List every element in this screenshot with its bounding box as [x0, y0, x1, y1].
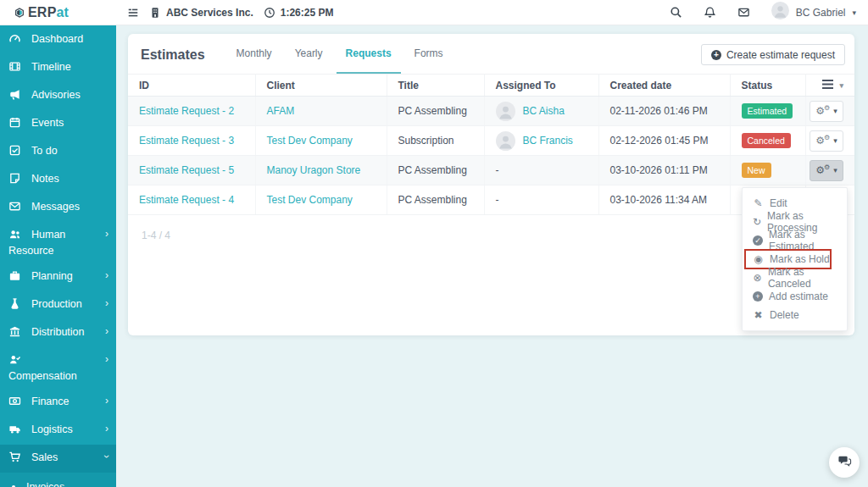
row-actions-button[interactable]: ⚙⚙▾	[810, 101, 843, 122]
estimate-request-link[interactable]: Estimate Request - 2	[139, 105, 234, 117]
menu-item-add-estimate[interactable]: +Add estimate	[743, 287, 847, 306]
table-row: Estimate Request - 5Manoy Uragon StorePC…	[128, 156, 854, 185]
production-icon	[8, 297, 23, 313]
check-circle-icon: ✓	[753, 235, 763, 246]
assigned-user-link[interactable]: BC Aisha	[523, 105, 565, 117]
chevron-right-icon: ›	[105, 423, 108, 434]
sidebar-item-to-do[interactable]: To do	[0, 138, 116, 166]
cell-id: Estimate Request - 5	[128, 156, 255, 185]
sidebar-item-label: To do	[31, 145, 58, 157]
status-badge: New	[742, 163, 771, 178]
chevron-right-icon: ›	[105, 228, 108, 240]
chat-button[interactable]	[829, 447, 860, 478]
sidebar-item-human-resource[interactable]: Human Resource›	[0, 222, 116, 263]
estimate-request-link[interactable]: Estimate Request - 4	[139, 194, 234, 206]
table-header-row: IDClientTitleAssigned ToCreated dateStat…	[128, 75, 854, 97]
distribution-icon	[8, 325, 23, 341]
sidebar-item-label: Planning	[31, 270, 73, 282]
events-icon	[8, 116, 23, 132]
cell-id: Estimate Request - 2	[128, 97, 255, 126]
sidebar-item-messages[interactable]: Messages	[0, 194, 116, 222]
sales-icon	[8, 451, 23, 467]
tab-forms[interactable]: Forms	[405, 34, 453, 74]
sidebar-item-finance[interactable]: Finance›	[0, 389, 116, 417]
cell-client: Manoy Uragon Store	[255, 156, 387, 185]
cell-id: Estimate Request - 4	[128, 185, 255, 215]
chevron-right-icon: ›	[105, 325, 108, 337]
app-logo[interactable]: ERPat	[0, 5, 116, 20]
company-name: ABC Services Inc.	[166, 7, 253, 19]
row-actions-button[interactable]: ⚙⚙▾	[810, 160, 843, 181]
table-row: Estimate Request - 2AFAMPC AssemblingBC …	[128, 97, 854, 126]
sidebar-item-logistics[interactable]: Logistics›	[0, 417, 116, 445]
client-link[interactable]: Test Dev Company	[267, 194, 353, 206]
menu-item-delete[interactable]: ✖Delete	[743, 306, 847, 324]
avatar	[496, 102, 515, 121]
row-actions-button[interactable]: ⚙⚙▾	[810, 130, 843, 152]
sidebar-nav: DashboardTimelineAdvisoriesEventsTo doNo…	[0, 25, 116, 473]
estimate-request-link[interactable]: Estimate Request - 3	[139, 135, 234, 147]
sidebar: DashboardTimelineAdvisoriesEventsTo doNo…	[0, 25, 116, 487]
client-link[interactable]: AFAM	[267, 105, 295, 117]
tab-monthly[interactable]: Monthly	[227, 34, 281, 74]
client-link[interactable]: Manoy Uragon Store	[267, 164, 361, 176]
company-selector[interactable]: ABC Services Inc.	[149, 7, 253, 19]
cog-small-icon: ⚙	[824, 164, 830, 171]
menu-item-label: Edit	[770, 197, 787, 209]
notifications-bell-icon[interactable]	[704, 6, 716, 19]
logo-text: ERPat	[28, 5, 69, 20]
caret-down-icon: ▾	[833, 166, 837, 174]
client-link[interactable]: Test Dev Company	[267, 135, 353, 147]
status-badge: Canceled	[742, 133, 791, 148]
assigned-user-link[interactable]: BC Francis	[523, 135, 573, 147]
sidebar-item-planning[interactable]: Planning›	[0, 263, 116, 291]
list-menu-icon[interactable]	[822, 80, 833, 91]
user-menu[interactable]: BC Gabriel ▾	[771, 2, 856, 23]
sidebar-item-sales[interactable]: Sales›	[0, 445, 116, 473]
cell-assigned-to: -	[484, 156, 598, 185]
column-header-id: ID	[128, 75, 255, 97]
create-estimate-request-button[interactable]: + Create estimate request	[701, 44, 845, 65]
tab-requests[interactable]: Requests	[337, 34, 401, 74]
column-header-menu[interactable]: ▾	[805, 75, 854, 97]
notes-icon	[8, 172, 23, 188]
sidebar-item-distribution[interactable]: Distribution›	[0, 319, 116, 347]
menu-item-label: Delete	[770, 309, 799, 321]
mail-icon[interactable]	[737, 6, 750, 19]
plus-circle-icon: +	[753, 291, 763, 302]
estimate-request-link[interactable]: Estimate Request - 5	[139, 164, 234, 176]
tab-yearly[interactable]: Yearly	[286, 34, 332, 74]
x-icon: ✖	[753, 310, 764, 320]
pencil-icon: ✎	[753, 198, 764, 208]
sidebar-item-label: Compensation	[8, 370, 77, 382]
sidebar-item-dashboard[interactable]: Dashboard	[0, 26, 116, 54]
column-header-client: Client	[255, 75, 387, 97]
sidebar-item-notes[interactable]: Notes	[0, 166, 116, 194]
caret-down-icon: ▾	[833, 107, 837, 115]
sidebar-item-advisories[interactable]: Advisories	[0, 82, 116, 110]
search-icon[interactable]	[670, 6, 682, 19]
create-button-label: Create estimate request	[726, 49, 835, 61]
sidebar-item-label: Advisories	[31, 89, 81, 101]
sidebar-subitem-invoices[interactable]: Invoices	[0, 474, 116, 487]
sidebar-item-label: Production	[31, 298, 82, 310]
sidebar-item-production[interactable]: Production›	[0, 291, 116, 319]
sidebar-item-events[interactable]: Events	[0, 110, 116, 138]
chevron-right-icon: ›	[105, 297, 108, 309]
chevron-right-icon: ›	[105, 269, 108, 281]
dot-circle-icon: ◉	[753, 254, 764, 264]
current-time: 1:26:25 PM	[281, 7, 334, 19]
finance-icon	[8, 395, 23, 411]
status-badge: Estimated	[742, 103, 793, 119]
sidebar-item-label: Notes	[31, 173, 59, 185]
menu-item-mark-as-estimated[interactable]: ✓Mark as Estimated	[743, 231, 847, 250]
sidebar-item-compensation[interactable]: Compensation›	[0, 347, 116, 389]
cell-assigned-to: BC Aisha	[484, 97, 598, 126]
menu-item-mark-as-canceled[interactable]: ⊗Mark as Canceled	[743, 268, 847, 287]
column-header-status: Status	[730, 75, 805, 97]
sidebar-item-timeline[interactable]: Timeline	[0, 54, 116, 82]
card-header: Estimates MonthlyYearlyRequestsForms + C…	[128, 34, 854, 74]
cell-created-date: 02-12-2026 01:45 PM	[598, 126, 730, 156]
stream-menu-icon[interactable]	[127, 7, 139, 19]
sidebar-subitem-label: Invoices	[26, 481, 64, 487]
